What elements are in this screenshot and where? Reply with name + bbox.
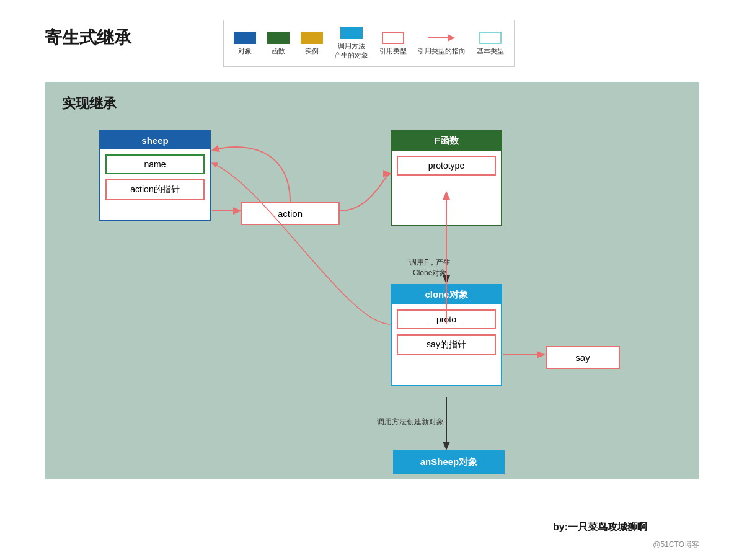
legend-ref-type-label: 引用类型 <box>379 47 407 56</box>
author-text: by:一只菜鸟攻城狮啊 <box>553 521 647 534</box>
legend-ref-type-icon <box>382 32 404 44</box>
call-f-annotation: 调用F，产生Clone对象 <box>409 257 451 278</box>
func-header: F函数 <box>392 131 501 151</box>
legend-instance-icon <box>301 32 323 44</box>
func-prototype-field: prototype <box>397 156 496 176</box>
legend-call-result: 调用方法产生的对象 <box>334 27 368 60</box>
page-title: 寄生式继承 <box>45 26 131 50</box>
legend-ref-arrow-label: 引用类型的指向 <box>418 47 466 56</box>
legend-basic-type-label: 基本类型 <box>477 47 504 56</box>
legend-call-result-label: 调用方法产生的对象 <box>334 42 368 60</box>
section-title: 实现继承 <box>62 94 117 113</box>
sheep-name-field: name <box>105 154 205 174</box>
clone-header: clone对象 <box>392 285 501 304</box>
action-box: action <box>241 202 340 225</box>
legend-ref-arrow-icon <box>427 32 458 44</box>
legend-function-label: 函数 <box>272 47 285 56</box>
legend: 对象 函数 实例 调用方法产生的对象 引用类型 引用类型的指向 基本类型 <box>223 20 515 67</box>
legend-instance: 实例 <box>301 32 323 56</box>
ansheep-box: anSheep对象 <box>393 450 505 474</box>
legend-ref-arrow: 引用类型的指向 <box>418 32 466 56</box>
func-box: F函数 prototype <box>391 130 502 226</box>
clone-body: __proto__ say的指针 <box>392 304 501 385</box>
legend-function-icon <box>267 32 290 44</box>
legend-basic-type: 基本类型 <box>477 32 504 56</box>
clone-box: clone对象 __proto__ say的指针 <box>391 284 502 386</box>
legend-object: 对象 <box>234 32 256 56</box>
legend-call-result-icon <box>340 27 363 39</box>
sheep-header: sheep <box>100 131 210 149</box>
clone-proto-field: __proto__ <box>397 309 496 329</box>
call-method-annotation: 调用方法创建新对象 <box>377 417 444 427</box>
sheep-box: sheep name action的指针 <box>99 130 211 221</box>
legend-object-icon <box>234 32 256 44</box>
legend-object-label: 对象 <box>238 47 252 56</box>
say-box: say <box>546 346 620 369</box>
func-body: prototype <box>392 151 501 225</box>
clone-say-ptr-field: say的指针 <box>397 334 496 355</box>
sheep-body: name action的指针 <box>100 149 210 220</box>
legend-basic-type-icon <box>479 32 502 44</box>
sheep-action-ptr-field: action的指针 <box>105 179 205 200</box>
copyright-text: @51CTO博客 <box>653 540 699 550</box>
legend-instance-label: 实例 <box>305 47 319 56</box>
legend-ref-type: 引用类型 <box>379 32 407 56</box>
legend-function: 函数 <box>267 32 290 56</box>
